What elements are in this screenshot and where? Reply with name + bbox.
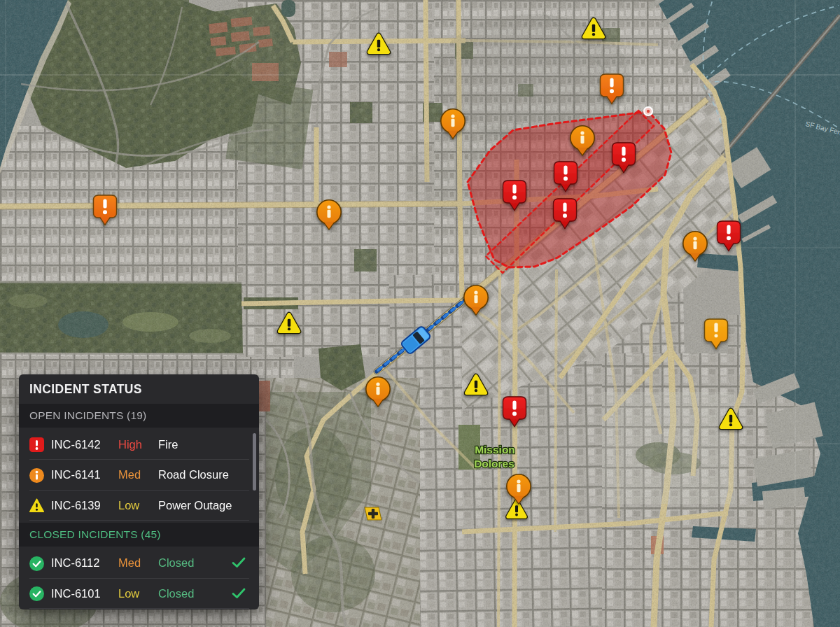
svg-text:Dolores: Dolores [474, 458, 514, 470]
svg-text:Mission: Mission [475, 444, 515, 456]
